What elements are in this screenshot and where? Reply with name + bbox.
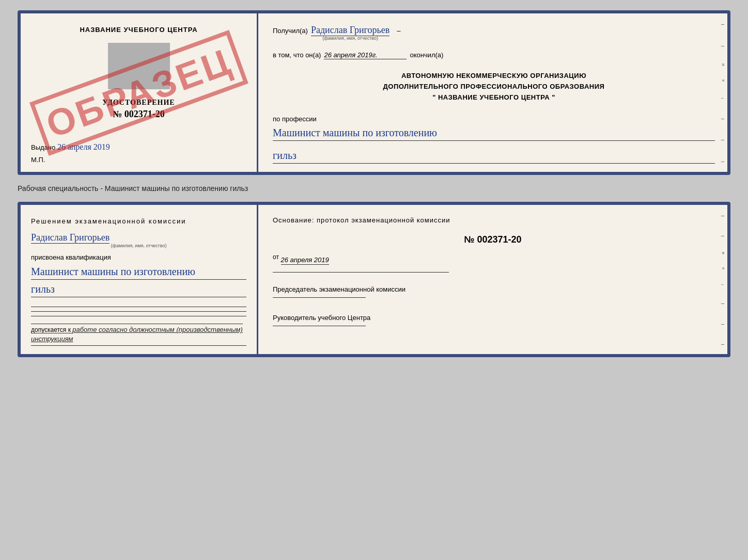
issued-date-value: 26 апреля 2019 [57,142,110,151]
bottom-left-panel: Решением экзаменационной комиссии Радисл… [21,205,258,354]
received-name: Радислав Григорьев [311,25,389,36]
received-label: Получил(а) [273,27,308,35]
bottom-right-panel: Основание: протокол экзаменационной коми… [258,205,727,354]
protocol-number: № 002371-20 [273,234,713,245]
org-block: АВТОНОМНУЮ НЕКОММЕРЧЕСКУЮ ОРГАНИЗАЦИЮ ДО… [273,71,715,103]
mp-label: М.П. [31,156,246,164]
profession-value-b2: гильз [31,282,246,297]
issued-label: Выдано [31,143,55,151]
side-marks-bottom: – – и а ← – – – [718,205,727,354]
head-sign-line [273,326,366,326]
name-sub-bottom: (фамилия, имя, отчество) [31,243,246,248]
issued-date: Выдано 26 апреля 2019 [31,142,246,152]
assigned-label: присвоена квалификация [31,253,246,261]
chairman-block: Председатель экзаменационной комиссии [273,284,713,300]
top-document: НАЗВАНИЕ УЧЕБНОГО ЦЕНТРА ОБРАЗЕЦ УДОСТОВ… [18,10,730,175]
profession-bottom-block: Машинист машины по изготовлению [31,262,246,280]
person-name: Радислав Григорьев [31,232,110,244]
profession-bottom-block2: гильз [31,280,246,297]
profession-line2-top: гильз [273,146,715,164]
profession-value1: Машинист машины по изготовлению [273,125,715,141]
org-line1: АВТОНОМНУЮ НЕКОММЕРЧЕСКУЮ ОРГАНИЗАЦИЮ [273,71,715,82]
caption: Рабочая специальность - Машинист машины … [18,184,730,193]
head-label: Руководитель учебного Центра [273,312,713,324]
date-value: 26 апреля 2019г. [324,51,407,59]
chairman-label: Председатель экзаменационной комиссии [273,284,713,295]
in-that-label: в том, что он(а) [273,51,321,59]
side-marks-top: – – и а ← – – – [718,13,727,172]
cert-label: УДОСТОВЕРЕНИЕ [31,99,246,107]
top-right-panel: Получил(а) Радислав Григорьев (фамилия, … [258,13,727,172]
name-sub-top: (фамилия, имя, отчество) [311,36,389,41]
profession-value2: гильз [273,148,715,164]
profession-label-top: по профессии Машинист машины по изготовл… [273,114,715,141]
decision-title: Решением экзаменационной комиссии [31,217,246,225]
received-row: Получил(а) Радислав Григорьев (фамилия, … [273,25,715,41]
cert-number: № 002371-20 [31,109,246,120]
org-line3: " НАЗВАНИЕ УЧЕБНОГО ЦЕНТРА " [273,92,715,103]
top-left-panel: НАЗВАНИЕ УЧЕБНОГО ЦЕНТРА ОБРАЗЕЦ УДОСТОВ… [21,13,258,172]
center-title-top: НАЗВАНИЕ УЧЕБНОГО ЦЕНТРА [31,26,246,34]
photo-box [108,43,170,89]
allow-block: допускается к работе согласно должностны… [31,321,246,346]
person-name-block: Радислав Григорьев (фамилия, имя, отчест… [31,232,246,248]
allow-prefix: допускается к работе согласно должностны… [31,324,243,343]
head-block: Руководитель учебного Центра [273,312,713,328]
org-line2: ДОПОЛНИТЕЛЬНОГО ПРОФЕССИОНАЛЬНОГО ОБРАЗО… [273,82,715,92]
chairman-sign-line [273,297,366,298]
bottom-document: Решением экзаменационной комиссии Радисл… [18,202,730,357]
underlines-block [31,302,246,321]
from-label: от [273,253,279,261]
from-date-block: от 26 апреля 2019 [273,253,713,263]
dash1: – [397,27,400,35]
in-that-row: в том, что он(а) 26 апреля 2019г. окончи… [273,51,715,59]
finished-label: окончил(а) [410,51,443,59]
from-date-value: 26 апреля 2019 [281,256,329,265]
basis-title: Основание: протокол экзаменационной коми… [273,216,713,224]
profession-value-b1: Машинист машины по изготовлению [31,264,246,280]
